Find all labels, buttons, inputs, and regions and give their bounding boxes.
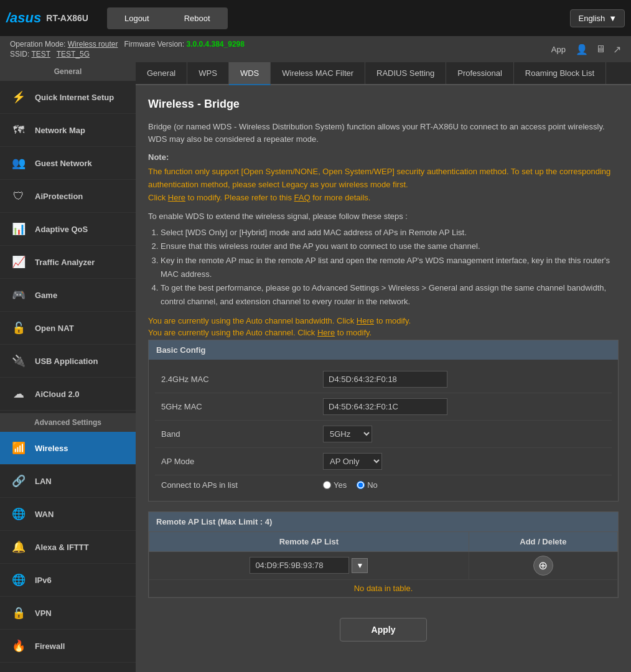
app-link[interactable]: App: [551, 45, 566, 54]
advanced-section-title: Advanced Settings: [0, 413, 136, 432]
warning-1-link[interactable]: Here: [357, 316, 374, 325]
band-control: 2.4GHz 5GHz: [323, 426, 605, 442]
sidebar-item-guest-network[interactable]: 👥 Guest Network: [0, 147, 136, 180]
tab-wireless-mac-filter[interactable]: Wireless MAC Filter: [271, 62, 365, 84]
reboot-button[interactable]: Reboot: [167, 7, 228, 29]
connect-no-label[interactable]: No: [357, 480, 378, 490]
remote-ap-col2-header: Add / Delete: [469, 531, 617, 551]
remote-ap-section: Remote AP List (Max Limit : 4) Remote AP…: [148, 511, 619, 598]
step-4: To get the best performance, please go t…: [161, 281, 619, 309]
tabs: General WPS WDS Wireless MAC Filter RADI…: [136, 62, 631, 85]
note-here-link[interactable]: Here: [168, 193, 185, 202]
no-data-row: No data in table.: [149, 579, 618, 597]
tab-roaming-block-list[interactable]: Roaming Block List: [514, 62, 606, 84]
sidebar-item-aicloud[interactable]: ☁ AiCloud 2.0: [0, 378, 136, 411]
sidebar-item-usb-application[interactable]: 🔌 USB Application: [0, 345, 136, 378]
faq-link[interactable]: FAQ: [294, 193, 311, 202]
sidebar-label-aicloud: AiCloud 2.0: [35, 390, 80, 399]
warning-1-text: You are currently using the Auto channel…: [148, 316, 354, 325]
mac-2g-input[interactable]: [323, 371, 447, 388]
mac-5g-control: [323, 398, 605, 415]
sidebar-item-firewall[interactable]: 🔥 Firewall: [0, 630, 136, 663]
sidebar-label-aiprotection: AiProtection: [35, 192, 83, 201]
lan-icon: 🔗: [10, 472, 27, 490]
remote-ap-table: Remote AP List Add / Delete ▼: [149, 531, 618, 597]
asus-logo: /asus: [6, 10, 41, 26]
aicloud-icon: ☁: [10, 385, 27, 403]
mac-5g-input[interactable]: [323, 398, 447, 415]
language-selector[interactable]: English ▼: [570, 9, 625, 27]
basic-config-section: Basic Config 2.4GHz MAC 5GHz MAC: [148, 340, 619, 502]
ap-dropdown-button[interactable]: ▼: [352, 558, 368, 573]
header-buttons: Logout Reboot: [107, 7, 228, 29]
operation-mode-value[interactable]: Wireless router: [68, 40, 118, 49]
language-label: English: [578, 14, 605, 23]
tab-wps[interactable]: WPS: [187, 62, 229, 84]
sidebar-label-network-map: Network Map: [35, 126, 85, 135]
sidebar-label-game: Game: [35, 291, 57, 300]
apply-button[interactable]: Apply: [340, 618, 428, 642]
sidebar-item-wan[interactable]: 🌐 WAN: [0, 498, 136, 531]
warning-2-link[interactable]: Here: [317, 328, 335, 337]
adaptive-qos-icon: 📊: [10, 220, 27, 238]
remote-ap-col1-header: Remote AP List: [149, 531, 469, 551]
sidebar-label-traffic-analyzer: Traffic Analyzer: [35, 258, 95, 267]
remote-ap-input-row: ▼ ⊕: [149, 551, 618, 579]
header-right: English ▼: [570, 9, 625, 27]
sidebar-item-quick-internet-setup[interactable]: ⚡ Quick Internet Setup: [0, 81, 136, 114]
quick-internet-setup-icon: ⚡: [10, 88, 27, 106]
tab-wds[interactable]: WDS: [229, 62, 271, 85]
sidebar-label-guest-network: Guest Network: [35, 159, 92, 168]
no-data-cell: No data in table.: [149, 579, 618, 597]
add-delete-cell: ⊕: [469, 551, 617, 579]
ap-mode-row: AP Mode AP Only WDS Only Hybrid: [155, 448, 612, 475]
info-icons: 👤 🖥 ↗: [576, 44, 621, 55]
tab-professional[interactable]: Professional: [446, 62, 514, 84]
sidebar-item-wireless[interactable]: 📶 Wireless: [0, 432, 136, 465]
share-icon[interactable]: ↗: [613, 44, 621, 55]
sidebar-item-administration[interactable]: ⚙ Administration: [0, 663, 136, 672]
sidebar-item-adaptive-qos[interactable]: 📊 Adaptive QoS: [0, 213, 136, 246]
header: /asus RT-AX86U Logout Reboot English ▼: [0, 0, 631, 36]
sidebar-item-open-nat[interactable]: 🔓 Open NAT: [0, 312, 136, 345]
sidebar-item-ipv6[interactable]: 🌐 IPv6: [0, 564, 136, 597]
connect-yes-radio[interactable]: [323, 481, 331, 489]
monitor-icon[interactable]: 🖥: [596, 44, 605, 55]
connect-no-radio[interactable]: [357, 481, 365, 489]
step-2: Ensure that this wireless router and the…: [161, 240, 619, 253]
add-ap-button[interactable]: ⊕: [533, 556, 553, 576]
sidebar-label-usb-application: USB Application: [35, 357, 98, 366]
connect-yes-label[interactable]: Yes: [323, 480, 347, 490]
ap-mode-label: AP Mode: [161, 457, 323, 466]
general-section-title: General: [0, 62, 136, 81]
basic-config-form: 2.4GHz MAC 5GHz MAC Band: [149, 360, 618, 501]
ssid-row: SSID: TEST TEST_5G: [10, 50, 245, 58]
ipv6-icon: 🌐: [10, 571, 27, 589]
main-layout: General ⚡ Quick Internet Setup 🗺 Network…: [0, 62, 631, 672]
sidebar-item-vpn[interactable]: 🔒 VPN: [0, 597, 136, 630]
sidebar-item-alexa-ifttt[interactable]: 🔔 Alexa & IFTTT: [0, 531, 136, 564]
sidebar-item-lan[interactable]: 🔗 LAN: [0, 465, 136, 498]
sidebar-item-aiprotection[interactable]: 🛡 AiProtection: [0, 180, 136, 213]
user-icon[interactable]: 👤: [576, 44, 588, 55]
sidebar-label-vpn: VPN: [35, 609, 52, 618]
page-content: Wireless - Bridge Bridge (or named WDS -…: [136, 85, 631, 672]
ssid-5g[interactable]: TEST_5G: [57, 50, 90, 58]
remote-ap-input[interactable]: [250, 557, 349, 574]
sidebar-item-game[interactable]: 🎮 Game: [0, 279, 136, 312]
tab-general[interactable]: General: [136, 62, 187, 84]
warning-2-end: to modify.: [337, 328, 372, 337]
band-select[interactable]: 2.4GHz 5GHz: [323, 426, 372, 442]
firmware-label: Firmware Version:: [124, 40, 184, 49]
usb-application-icon: 🔌: [10, 352, 27, 370]
sidebar-label-lan: LAN: [35, 477, 52, 486]
logo: /asus RT-AX86U: [6, 10, 88, 26]
ap-mode-select[interactable]: AP Only WDS Only Hybrid: [323, 453, 382, 470]
sidebar-item-traffic-analyzer[interactable]: 📈 Traffic Analyzer: [0, 246, 136, 279]
tab-radius-setting[interactable]: RADIUS Setting: [365, 62, 446, 84]
ssid-2g[interactable]: TEST: [31, 50, 50, 58]
logout-button[interactable]: Logout: [107, 7, 167, 29]
sidebar-label-adaptive-qos: Adaptive QoS: [35, 225, 88, 234]
ap-input-row: ▼: [157, 557, 461, 574]
sidebar-item-network-map[interactable]: 🗺 Network Map: [0, 114, 136, 147]
